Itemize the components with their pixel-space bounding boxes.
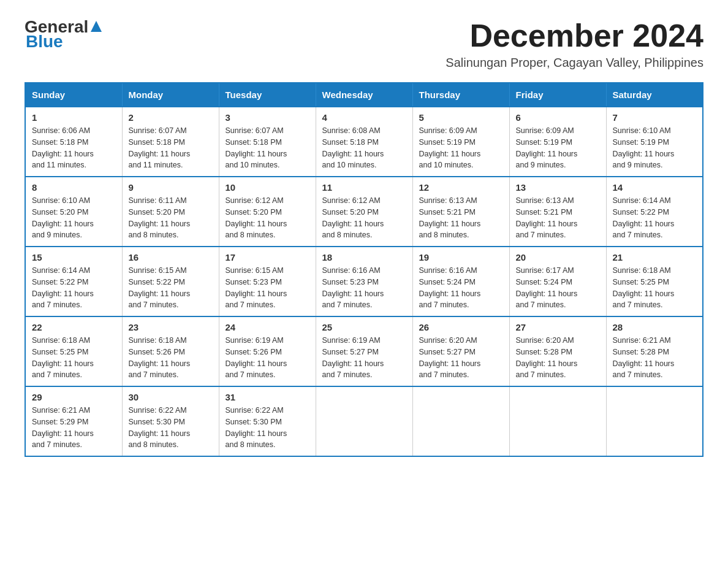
day-number: 20 [516, 252, 600, 262]
day-cell: 25Sunrise: 6:19 AMSunset: 5:27 PMDayligh… [316, 316, 412, 386]
header-monday: Monday [122, 83, 219, 107]
day-info: Sunrise: 6:09 AMSunset: 5:19 PMDaylight:… [419, 125, 503, 171]
day-info: Sunrise: 6:18 AMSunset: 5:25 PMDaylight:… [613, 265, 697, 311]
day-cell: 5Sunrise: 6:09 AMSunset: 5:19 PMDaylight… [412, 107, 509, 177]
day-info: Sunrise: 6:19 AMSunset: 5:26 PMDaylight:… [226, 335, 309, 381]
day-info: Sunrise: 6:20 AMSunset: 5:28 PMDaylight:… [516, 335, 600, 381]
day-cell [606, 386, 703, 456]
day-info: Sunrise: 6:19 AMSunset: 5:27 PMDaylight:… [322, 335, 406, 381]
day-number: 28 [613, 322, 697, 332]
day-number: 5 [419, 112, 503, 123]
day-cell: 21Sunrise: 6:18 AMSunset: 5:25 PMDayligh… [606, 247, 703, 316]
week-row-4: 22Sunrise: 6:18 AMSunset: 5:25 PMDayligh… [25, 316, 703, 386]
logo-triangle-icon [89, 20, 103, 33]
day-cell: 30Sunrise: 6:22 AMSunset: 5:30 PMDayligh… [122, 386, 219, 456]
header-tuesday: Tuesday [219, 83, 316, 107]
day-cell: 23Sunrise: 6:18 AMSunset: 5:26 PMDayligh… [122, 316, 219, 386]
day-cell: 15Sunrise: 6:14 AMSunset: 5:22 PMDayligh… [25, 247, 122, 316]
day-number: 31 [226, 392, 309, 402]
day-cell: 1Sunrise: 6:06 AMSunset: 5:18 PMDaylight… [25, 107, 122, 177]
day-cell: 31Sunrise: 6:22 AMSunset: 5:30 PMDayligh… [219, 386, 316, 456]
day-info: Sunrise: 6:18 AMSunset: 5:25 PMDaylight:… [32, 335, 116, 381]
day-cell: 11Sunrise: 6:12 AMSunset: 5:20 PMDayligh… [316, 177, 412, 247]
day-info: Sunrise: 6:08 AMSunset: 5:18 PMDaylight:… [322, 125, 406, 171]
day-number: 9 [129, 182, 213, 193]
page-header: General Blue December 2024 Salinungan Pr… [25, 18, 703, 70]
day-cell: 17Sunrise: 6:15 AMSunset: 5:23 PMDayligh… [219, 247, 316, 316]
day-info: Sunrise: 6:07 AMSunset: 5:18 PMDaylight:… [226, 125, 309, 171]
day-number: 11 [322, 182, 406, 193]
day-info: Sunrise: 6:13 AMSunset: 5:21 PMDaylight:… [516, 195, 600, 241]
day-number: 3 [226, 112, 309, 123]
day-cell: 27Sunrise: 6:20 AMSunset: 5:28 PMDayligh… [509, 316, 606, 386]
day-number: 12 [419, 182, 503, 193]
day-info: Sunrise: 6:16 AMSunset: 5:24 PMDaylight:… [419, 265, 503, 311]
day-cell: 3Sunrise: 6:07 AMSunset: 5:18 PMDaylight… [219, 107, 316, 177]
title-section: December 2024 Salinungan Proper, Cagayan… [446, 18, 703, 70]
day-number: 8 [32, 182, 116, 193]
day-cell: 2Sunrise: 6:07 AMSunset: 5:18 PMDaylight… [122, 107, 219, 177]
day-info: Sunrise: 6:09 AMSunset: 5:19 PMDaylight:… [516, 125, 600, 171]
day-info: Sunrise: 6:22 AMSunset: 5:30 PMDaylight:… [226, 405, 309, 451]
day-cell: 19Sunrise: 6:16 AMSunset: 5:24 PMDayligh… [412, 247, 509, 316]
day-info: Sunrise: 6:14 AMSunset: 5:22 PMDaylight:… [613, 195, 697, 241]
day-info: Sunrise: 6:20 AMSunset: 5:27 PMDaylight:… [419, 335, 503, 381]
logo-blue-text: Blue [25, 33, 63, 50]
logo: General Blue [25, 18, 103, 50]
header-row: SundayMondayTuesdayWednesdayThursdayFrid… [25, 83, 703, 107]
day-number: 17 [226, 252, 309, 262]
day-cell: 13Sunrise: 6:13 AMSunset: 5:21 PMDayligh… [509, 177, 606, 247]
header-thursday: Thursday [412, 83, 509, 107]
day-info: Sunrise: 6:10 AMSunset: 5:20 PMDaylight:… [32, 195, 116, 241]
week-row-2: 8Sunrise: 6:10 AMSunset: 5:20 PMDaylight… [25, 177, 703, 247]
day-cell [316, 386, 412, 456]
day-cell: 6Sunrise: 6:09 AMSunset: 5:19 PMDaylight… [509, 107, 606, 177]
location-subtitle: Salinungan Proper, Cagayan Valley, Phili… [446, 56, 703, 70]
day-info: Sunrise: 6:18 AMSunset: 5:26 PMDaylight:… [129, 335, 213, 381]
day-cell: 9Sunrise: 6:11 AMSunset: 5:20 PMDaylight… [122, 177, 219, 247]
day-info: Sunrise: 6:15 AMSunset: 5:22 PMDaylight:… [129, 265, 213, 311]
header-wednesday: Wednesday [316, 83, 412, 107]
day-cell: 12Sunrise: 6:13 AMSunset: 5:21 PMDayligh… [412, 177, 509, 247]
day-number: 18 [322, 252, 406, 262]
day-info: Sunrise: 6:11 AMSunset: 5:20 PMDaylight:… [129, 195, 213, 241]
day-info: Sunrise: 6:16 AMSunset: 5:23 PMDaylight:… [322, 265, 406, 311]
day-info: Sunrise: 6:21 AMSunset: 5:28 PMDaylight:… [613, 335, 697, 381]
header-friday: Friday [509, 83, 606, 107]
day-number: 13 [516, 182, 600, 193]
day-info: Sunrise: 6:21 AMSunset: 5:29 PMDaylight:… [32, 405, 116, 451]
header-saturday: Saturday [606, 83, 703, 107]
day-info: Sunrise: 6:13 AMSunset: 5:21 PMDaylight:… [419, 195, 503, 241]
header-sunday: Sunday [25, 83, 122, 107]
day-number: 19 [419, 252, 503, 262]
svg-marker-0 [91, 21, 102, 32]
day-number: 1 [32, 112, 116, 123]
day-number: 24 [226, 322, 309, 332]
calendar-header: SundayMondayTuesdayWednesdayThursdayFrid… [25, 83, 703, 107]
day-info: Sunrise: 6:12 AMSunset: 5:20 PMDaylight:… [226, 195, 309, 241]
day-cell: 28Sunrise: 6:21 AMSunset: 5:28 PMDayligh… [606, 316, 703, 386]
day-cell: 8Sunrise: 6:10 AMSunset: 5:20 PMDaylight… [25, 177, 122, 247]
day-cell: 26Sunrise: 6:20 AMSunset: 5:27 PMDayligh… [412, 316, 509, 386]
day-info: Sunrise: 6:15 AMSunset: 5:23 PMDaylight:… [226, 265, 309, 311]
month-title: December 2024 [446, 18, 703, 53]
day-cell: 4Sunrise: 6:08 AMSunset: 5:18 PMDaylight… [316, 107, 412, 177]
day-cell [509, 386, 606, 456]
day-number: 25 [322, 322, 406, 332]
day-info: Sunrise: 6:14 AMSunset: 5:22 PMDaylight:… [32, 265, 116, 311]
day-cell: 18Sunrise: 6:16 AMSunset: 5:23 PMDayligh… [316, 247, 412, 316]
day-info: Sunrise: 6:17 AMSunset: 5:24 PMDaylight:… [516, 265, 600, 311]
calendar-table: SundayMondayTuesdayWednesdayThursdayFrid… [25, 82, 703, 457]
day-number: 23 [129, 322, 213, 332]
day-info: Sunrise: 6:07 AMSunset: 5:18 PMDaylight:… [129, 125, 213, 171]
day-cell: 24Sunrise: 6:19 AMSunset: 5:26 PMDayligh… [219, 316, 316, 386]
day-number: 26 [419, 322, 503, 332]
day-cell: 22Sunrise: 6:18 AMSunset: 5:25 PMDayligh… [25, 316, 122, 386]
day-number: 29 [32, 392, 116, 402]
day-cell: 7Sunrise: 6:10 AMSunset: 5:19 PMDaylight… [606, 107, 703, 177]
calendar-body: 1Sunrise: 6:06 AMSunset: 5:18 PMDaylight… [25, 107, 703, 456]
day-info: Sunrise: 6:12 AMSunset: 5:20 PMDaylight:… [322, 195, 406, 241]
week-row-3: 15Sunrise: 6:14 AMSunset: 5:22 PMDayligh… [25, 247, 703, 316]
day-number: 10 [226, 182, 309, 193]
day-number: 14 [613, 182, 697, 193]
